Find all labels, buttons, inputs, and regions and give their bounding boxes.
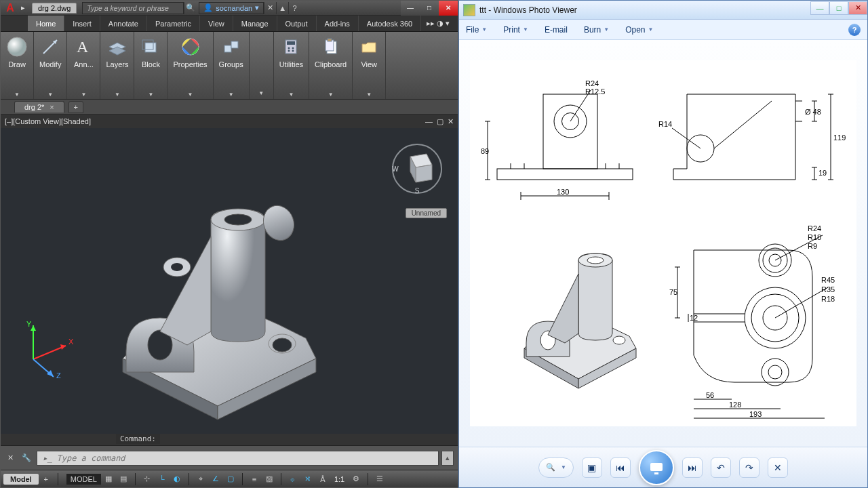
ribbon-focus-toggle[interactable]: ▸▸ ◑ ▾	[422, 16, 454, 31]
window-minimize-button[interactable]: —	[810, 1, 829, 15]
menu-print[interactable]: Print▼	[503, 25, 528, 35]
ribbon-tab-autodesk360[interactable]: Autodesk 360	[359, 16, 421, 31]
ribbon-tab-insert[interactable]: Insert	[64, 16, 100, 31]
drawing-area[interactable]: S W Unnamed X Y Z	[1, 128, 458, 434]
window-maximize-button[interactable]: □	[829, 1, 848, 15]
window-maximize-button[interactable]: □	[420, 1, 439, 16]
window-close-button[interactable]: ✕	[439, 1, 458, 16]
autocad-filename-chip[interactable]: drg 2.dwg	[32, 3, 77, 14]
menu-email[interactable]: E-mail	[545, 25, 568, 35]
panel-clipboard[interactable]: Clipboard ▼	[309, 32, 353, 99]
chevron-down-icon[interactable]: ▼	[366, 92, 372, 98]
gear-icon[interactable]: ⚙	[349, 472, 363, 487]
viewport-close-icon[interactable]: ✕	[448, 117, 454, 126]
lineweight-icon[interactable]: ≡	[247, 472, 262, 487]
ortho-icon[interactable]: └	[155, 472, 170, 487]
new-tab-button[interactable]: +	[68, 101, 83, 113]
exchange-icon[interactable]: ✕	[264, 2, 276, 14]
actual-size-button[interactable]: ▣	[582, 458, 602, 478]
wpv-image-canvas[interactable]: R24 R12.5 89 130 R14	[459, 40, 867, 447]
chevron-down-icon[interactable]: ▼	[188, 92, 193, 98]
qat-arrow-icon[interactable]: ▸	[20, 3, 26, 12]
viewcube[interactable]: S W	[390, 142, 444, 196]
chevron-down-icon[interactable]: ▼	[148, 92, 153, 98]
grid2-icon[interactable]: ▤	[116, 472, 131, 487]
chevron-down-icon[interactable]: ▼	[258, 90, 264, 96]
panel-properties[interactable]: Properties ▼	[167, 32, 213, 99]
ribbon-tab-view[interactable]: View	[200, 16, 233, 31]
polar-icon[interactable]: ◐	[170, 472, 184, 487]
zoom-out-icon[interactable]: 🔍	[546, 463, 555, 472]
model-space-indicator[interactable]: MODEL	[66, 474, 101, 485]
menu-file[interactable]: File▼	[466, 25, 487, 35]
panel-utilities[interactable]: Utilities ▼	[274, 32, 309, 99]
ribbon-tab-parametric[interactable]: Parametric	[147, 16, 200, 31]
wpv-titlebar[interactable]: ttt - Windows Photo Viewer — □ ✕	[459, 1, 867, 20]
prev-image-button[interactable]: ⏮	[610, 458, 631, 478]
viewport-minimize-icon[interactable]: —	[425, 117, 433, 126]
app-menu-button[interactable]: A	[1, 1, 20, 15]
panel-annotation[interactable]: A Ann... ▼	[67, 32, 100, 99]
panel-layers[interactable]: Layers ▼	[100, 32, 134, 99]
close-tab-icon[interactable]: ×	[50, 103, 54, 111]
viewport-label[interactable]: [–][Custom View][Shaded]	[5, 117, 91, 125]
commandline-close-icon[interactable]: ✕	[5, 453, 16, 462]
annoscale-icon[interactable]: Å	[315, 472, 330, 487]
ribbon-tab-output[interactable]: Output	[277, 16, 317, 31]
chevron-down-icon[interactable]: ▼	[328, 92, 334, 98]
panel-block[interactable]: Block ▼	[134, 32, 167, 99]
panel-modify[interactable]: Modify ▼	[34, 32, 67, 99]
command-input[interactable]: ▸_ Type a command	[37, 451, 439, 466]
layout-tab-model[interactable]: Model	[3, 474, 39, 485]
chevron-down-icon[interactable]: ▼	[288, 92, 294, 98]
delete-button[interactable]: ✕	[768, 458, 788, 478]
chevron-down-icon[interactable]: ▼	[81, 92, 86, 98]
selection-icon[interactable]: ⟐	[285, 472, 300, 487]
viewcube-label[interactable]: Unnamed	[406, 208, 447, 218]
svg-point-11	[288, 47, 290, 49]
chevron-down-icon[interactable]: ▼	[14, 92, 20, 98]
panel-groups[interactable]: Groups ▼	[214, 32, 250, 99]
gizmo-icon[interactable]: ⤨	[300, 472, 315, 487]
menu-burn[interactable]: Burn▼	[584, 25, 609, 35]
transparency-icon[interactable]: ▨	[262, 472, 277, 487]
panel-slim-1[interactable]: ▼	[250, 32, 274, 99]
slideshow-button[interactable]	[639, 450, 674, 485]
snap-icon[interactable]: ⊹	[140, 472, 155, 487]
osnap-icon[interactable]: ⌖	[193, 472, 208, 487]
command-history-label: Command:	[116, 434, 160, 444]
commandline-wrench-icon[interactable]: 🔧	[19, 453, 34, 462]
menu-open[interactable]: Open▼	[625, 25, 653, 35]
signed-in-user[interactable]: 👤 socnandan ▾	[199, 2, 264, 14]
otrack-icon[interactable]: ∠	[208, 472, 223, 487]
ribbon-tab-annotate[interactable]: Annotate	[100, 16, 147, 31]
search-icon[interactable]: 🔍	[184, 2, 196, 14]
grid-icon[interactable]: ▦	[101, 472, 116, 487]
rotate-ccw-button[interactable]: ↶	[711, 458, 731, 478]
chevron-down-icon[interactable]: ▼	[47, 92, 53, 98]
zoom-control[interactable]: 🔍▼	[538, 458, 574, 478]
customize-icon[interactable]: ☰	[372, 472, 387, 487]
next-image-button[interactable]: ⏭	[682, 458, 703, 478]
autodesk-icon[interactable]: ▲	[276, 2, 288, 14]
help-icon[interactable]: ?	[848, 24, 861, 36]
infocenter-search-input[interactable]: Type a keyword or phrase	[82, 2, 184, 14]
ribbon-tab-home[interactable]: Home	[28, 16, 64, 31]
autocad-titlebar[interactable]: A ▸ drg 2.dwg Type a keyword or phrase 🔍…	[1, 1, 458, 16]
viewport-maximize-icon[interactable]: ▢	[437, 117, 443, 126]
scale-ratio[interactable]: 1:1	[330, 475, 349, 483]
document-tab-active[interactable]: drg 2* ×	[14, 101, 64, 113]
window-minimize-button[interactable]: —	[401, 1, 420, 16]
panel-draw[interactable]: Draw ▼	[1, 32, 34, 99]
chevron-down-icon[interactable]: ▼	[115, 92, 120, 98]
ribbon-tab-addins[interactable]: Add-ins	[317, 16, 359, 31]
chevron-down-icon[interactable]: ▼	[229, 92, 234, 98]
window-close-button[interactable]: ✕	[848, 1, 867, 15]
osnap3d-icon[interactable]: ▢	[223, 472, 238, 487]
help-icon[interactable]: ?	[288, 2, 300, 14]
layout-add-icon[interactable]: +	[39, 472, 54, 487]
ribbon-tab-manage[interactable]: Manage	[233, 16, 277, 31]
panel-view[interactable]: View ▼	[353, 32, 386, 99]
commandline-history-button[interactable]: ▴	[441, 451, 454, 466]
rotate-cw-button[interactable]: ↷	[739, 458, 760, 478]
